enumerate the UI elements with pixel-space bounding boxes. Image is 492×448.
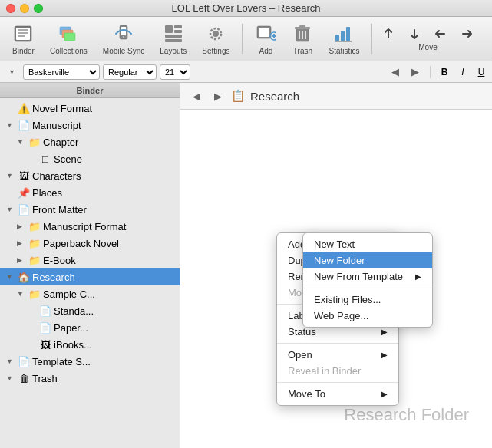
font-size-select[interactable]: 21	[160, 64, 190, 80]
doc-nav-back[interactable]: ◀	[188, 87, 205, 104]
settings-label: Settings	[202, 47, 229, 55]
italic-button[interactable]: I	[455, 64, 471, 80]
toolbar-mobile-sync[interactable]: Mobile Sync	[97, 20, 150, 58]
binder-item-novel-format[interactable]: ⚠️ Novel Format	[0, 100, 180, 117]
trash-icon	[292, 23, 313, 44]
binder-item-characters[interactable]: ▼ 🖼 Characters	[0, 167, 180, 184]
submenu-new-text-label: New Text	[314, 239, 355, 250]
binder-item-manuscript-format[interactable]: ▶ 📁 Manuscript Format	[0, 218, 180, 235]
close-button[interactable]	[6, 4, 15, 13]
binder-item-ibooks[interactable]: 🖼 iBooks...	[0, 336, 180, 353]
main-area: Binder ⚠️ Novel Format ▼ 📄 Manuscript ▼ …	[0, 83, 492, 448]
binder-item-front-matter[interactable]: ▼ 📄 Front Matter	[0, 201, 180, 218]
binder-item-standa[interactable]: 📄 Standa...	[0, 302, 180, 319]
menu-item-open[interactable]: Open ▶	[277, 347, 398, 363]
menu-open-arrow: ▶	[381, 351, 388, 359]
doc-nav-forward[interactable]: ▶	[210, 87, 226, 104]
svg-rect-12	[174, 25, 182, 28]
research-icon: 🏠	[17, 272, 31, 283]
doc-title-icon: 📋	[231, 89, 246, 103]
menu-status-label: Status	[288, 326, 316, 338]
places-label: Places	[32, 187, 62, 199]
submenu-item-web-page[interactable]: Web Page...	[303, 308, 432, 324]
menu-sep-3	[277, 382, 398, 383]
binder-item-ebook[interactable]: ▶ 📁 E-Book	[0, 252, 180, 268]
move-down-button[interactable]	[404, 26, 424, 41]
svg-rect-2	[18, 29, 28, 31]
toolbar: Binder Collections Mobile Sync	[0, 17, 492, 61]
characters-icon: 🖼	[17, 170, 31, 182]
binder-item-paperback-novel[interactable]: ▶ 📁 Paperback Novel	[0, 235, 180, 252]
submenu-item-existing-files[interactable]: Existing Files...	[303, 292, 432, 308]
front-matter-label: Front Matter	[32, 204, 87, 216]
move-up-button[interactable]	[378, 26, 398, 41]
places-icon: 📌	[17, 187, 31, 199]
template-s-icon: 📄	[17, 356, 31, 367]
binder-item-chapter[interactable]: ▼ 📁 Chapter	[0, 133, 180, 150]
format-style-select-arrow[interactable]: ▾	[3, 64, 20, 81]
submenu-item-new-from-template[interactable]: New From Template ▶	[303, 268, 432, 285]
paper2-label: Paper...	[54, 322, 88, 334]
binder-item-paper2[interactable]: 📄 Paper...	[0, 319, 180, 336]
submenu-item-new-folder[interactable]: New Folder	[303, 252, 432, 268]
arrow-template-s: ▼	[6, 357, 17, 365]
binder-item-manuscript[interactable]: ▼ 📄 Manuscript	[0, 117, 180, 133]
binder-panel: Binder ⚠️ Novel Format ▼ 📄 Manuscript ▼ …	[0, 83, 180, 448]
toolbar-binder[interactable]: Binder	[6, 20, 41, 58]
binder-item-template-s[interactable]: ▼ 📄 Template S...	[0, 353, 180, 370]
binder-item-scene[interactable]: □ Scene	[0, 150, 180, 167]
menu-status-arrow: ▶	[381, 328, 388, 336]
traffic-lights	[6, 4, 43, 13]
settings-icon	[205, 23, 226, 44]
fullscreen-button[interactable]	[34, 4, 43, 13]
move-right-button[interactable]	[457, 26, 477, 41]
toolbar-statistics[interactable]: Statistics	[322, 20, 365, 58]
svg-rect-4	[18, 35, 25, 37]
toolbar-layouts[interactable]: Layouts	[154, 20, 193, 58]
submenu-new-folder-label: New Folder	[314, 255, 365, 266]
standa-icon: 📄	[38, 305, 52, 317]
minimize-button[interactable]	[20, 4, 29, 13]
ibooks-label: iBooks...	[54, 339, 92, 351]
nav-forward-button[interactable]: ▶	[407, 64, 424, 81]
submenu-item-new-text[interactable]: New Text	[303, 236, 432, 252]
svg-point-16	[213, 31, 219, 37]
binder-item-sample[interactable]: ▼ 📁 Sample C...	[0, 285, 180, 302]
submenu-sep-1	[303, 288, 432, 288]
bold-button[interactable]: B	[437, 64, 452, 80]
toolbar-collections[interactable]: Collections	[44, 20, 94, 58]
manuscript-label: Manuscript	[32, 120, 81, 131]
svg-rect-29	[346, 27, 350, 41]
characters-label: Characters	[32, 170, 81, 182]
toolbar-settings[interactable]: Settings	[196, 20, 236, 58]
chapter-label: Chapter	[43, 137, 78, 148]
font-family-select[interactable]: Baskerville	[23, 64, 100, 80]
binder-item-places[interactable]: 📌 Places	[0, 184, 180, 201]
arrow-ebook: ▶	[17, 256, 28, 264]
svg-rect-11	[165, 25, 173, 33]
template-s-label: Template S...	[32, 356, 91, 367]
paper2-icon: 📄	[38, 322, 52, 334]
arrow-trash: ▼	[6, 374, 17, 382]
move-left-button[interactable]	[431, 26, 451, 41]
menu-item-move-to[interactable]: Move To ▶	[277, 386, 398, 402]
toolbar-add[interactable]: Add	[249, 20, 282, 58]
sample-label: Sample C...	[43, 288, 95, 300]
submenu-existing-files-label: Existing Files...	[314, 294, 381, 305]
binder-item-research[interactable]: ▼ 🏠 Research	[0, 268, 180, 285]
layouts-label: Layouts	[160, 47, 187, 55]
underline-button[interactable]: U	[474, 64, 489, 80]
trash-label: Trash	[32, 373, 58, 384]
mobile-sync-icon	[113, 23, 134, 44]
font-weight-select[interactable]: Regular	[103, 64, 157, 80]
collections-icon	[58, 23, 79, 44]
toolbar-trash[interactable]: Trash	[286, 20, 319, 58]
binder-label: Binder	[12, 47, 35, 55]
svg-rect-27	[335, 35, 339, 41]
svg-rect-15	[165, 39, 182, 42]
toolbar-separator-1	[242, 24, 243, 54]
svg-point-10	[123, 36, 124, 38]
binder-item-trash[interactable]: ▼ 🗑 Trash	[0, 370, 180, 387]
nav-back-button[interactable]: ◀	[387, 64, 404, 81]
novel-format-label: Novel Format	[32, 103, 92, 114]
